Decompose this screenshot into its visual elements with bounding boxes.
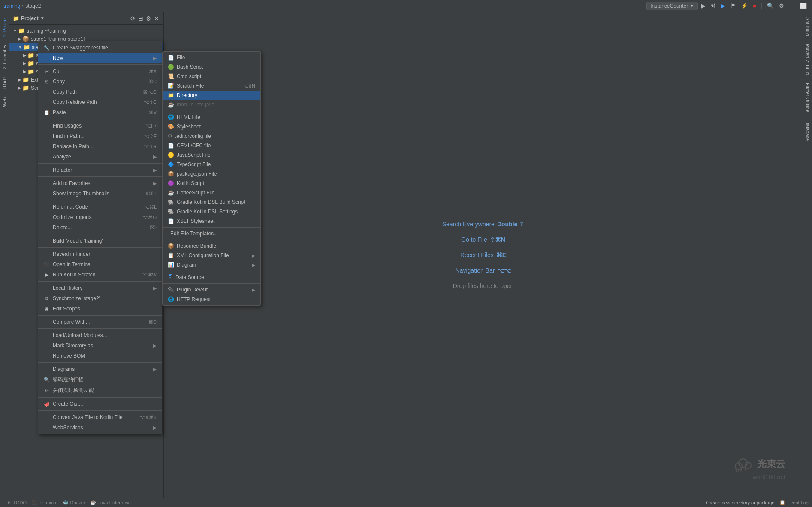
sidebar-item-project[interactable]: 1: Project	[1, 14, 9, 40]
menu-build-module[interactable]: Build Module 'training'	[38, 236, 162, 246]
settings-panel-button[interactable]: ⚙	[145, 14, 152, 23]
submenu-resource-bundle[interactable]: 📦 Resource Bundle	[163, 241, 260, 251]
maximize-button[interactable]: ⬜	[798, 2, 809, 10]
menu-new[interactable]: New ▶	[38, 53, 162, 63]
menu-replace-in-path[interactable]: Replace in Path... ⌥⇧R	[38, 141, 162, 152]
status-terminal[interactable]: ⬛ Terminal	[32, 500, 57, 505]
sidebar-item-web[interactable]: Web	[1, 94, 9, 110]
submenu-diagram[interactable]: 📊 Diagram ▶	[163, 260, 260, 270]
debug-button[interactable]: ▶	[719, 2, 727, 10]
submenu-stylesheet[interactable]: 🎨 Stylesheet	[163, 122, 260, 131]
menu-delete[interactable]: Delete... ⌦	[38, 222, 162, 233]
stop-button[interactable]: ■	[751, 2, 758, 10]
status-java-enterprise[interactable]: ☕ Java Enterprise	[90, 500, 130, 505]
reformat-icon	[43, 203, 50, 210]
submenu-html-file[interactable]: 🌐 HTML File	[163, 112, 260, 122]
menu-run-kotlin[interactable]: ▶ Run Kotlin Scratch ⌥⌘W	[38, 270, 162, 280]
menu-local-history[interactable]: Local History ▶	[38, 283, 162, 293]
submenu-xslt[interactable]: 📄 XSLT Stylesheet	[163, 216, 260, 226]
submenu-scratch-file[interactable]: 📝 Scratch File ⌥⇧N	[163, 81, 260, 91]
submenu-plugin-devkit[interactable]: 🔌 Plugin DevKit ▶	[163, 285, 260, 294]
menu-synchronize[interactable]: ⟳ Synchronize 'stage2'	[38, 293, 162, 304]
menu-open-terminal[interactable]: ⬛ Open in Terminal	[38, 259, 162, 270]
menu-analyze[interactable]: Analyze ▶	[38, 152, 162, 162]
status-docker[interactable]: 🐳 Docker	[63, 500, 85, 505]
menu-label-cut: Cut	[53, 68, 146, 74]
scissors-icon: ✂	[43, 68, 50, 75]
close-panel-button[interactable]: ✕	[153, 14, 160, 23]
menu-mark-directory[interactable]: Mark Directory as ▶	[38, 340, 162, 351]
submenu-bash-script[interactable]: 🟢 Bash Script	[163, 62, 260, 72]
submenu-gradle-settings[interactable]: 🐘 Gradle Kotlin DSL Settings	[163, 207, 260, 216]
tab-flutter-outline[interactable]: Flutter Outline	[804, 79, 812, 116]
run-config-selector[interactable]: InstanceCounter ▼	[646, 2, 698, 10]
diagrams-arrow: ▶	[153, 367, 157, 372]
tab-database[interactable]: Database	[804, 117, 812, 144]
submenu-http-request[interactable]: 🌐 HTTP Request	[163, 294, 260, 304]
sidebar-item-ldap[interactable]: LDAP	[1, 74, 9, 93]
menu-find-usages[interactable]: Find Usages ⌥F7	[38, 121, 162, 131]
menu-copy[interactable]: ⎘ Copy ⌘C	[38, 76, 162, 87]
menu-add-favorites[interactable]: Add to Favorites ▶	[38, 178, 162, 188]
panel-dropdown-icon[interactable]: ▼	[40, 16, 45, 21]
submenu-package-json[interactable]: 📦 package.json File	[163, 169, 260, 179]
menu-compare-with[interactable]: Compare With... ⌘D	[38, 317, 162, 327]
menu-cut[interactable]: ✂ Cut ⌘X	[38, 66, 162, 76]
submenu-label-http-request: HTTP Request	[177, 296, 211, 302]
submenu-directory[interactable]: 📁 Directory	[163, 91, 260, 100]
menu-label-mark-directory: Mark Directory as	[53, 343, 151, 349]
menu-optimize-imports[interactable]: Optimize Imports ⌥⌘O	[38, 212, 162, 222]
submenu-coffeescript[interactable]: ☕ CoffeeScript File	[163, 188, 260, 197]
menu-find-in-path[interactable]: Find in Path... ⌥⇧F	[38, 131, 162, 141]
tab-maven-build[interactable]: Maven-2: Build	[804, 40, 812, 79]
menu-reveal-finder[interactable]: Reveal in Finder	[38, 249, 162, 259]
minimize-button[interactable]: —	[788, 2, 797, 10]
synchronize-panel-button[interactable]: ⟳	[130, 14, 136, 23]
submenu-xml-config[interactable]: 📋 XML Configuration File ▶	[163, 251, 260, 260]
run-with-coverage-button[interactable]: ⚑	[729, 2, 737, 10]
favorites-arrow: ▶	[153, 181, 157, 186]
menu-diagrams[interactable]: Diagrams ▶	[38, 364, 162, 374]
settings-button[interactable]: ⚙	[777, 2, 786, 10]
submenu-file[interactable]: 📄 File	[163, 53, 260, 62]
build-button[interactable]: ⚒	[709, 2, 718, 10]
submenu-gradle-build[interactable]: 🐘 Gradle Kotlin DSL Build Script	[163, 197, 260, 207]
submenu-cfml[interactable]: 📄 CFML/CFC file	[163, 141, 260, 150]
submenu-module-info[interactable]: ☕ module-info.java	[163, 100, 260, 109]
profile-button[interactable]: ⚡	[739, 2, 749, 10]
menu-reformat[interactable]: Reformat Code ⌥⌘L	[38, 202, 162, 212]
menu-create-gist[interactable]: 🐙 Create Gist...	[38, 399, 162, 409]
menu-refactor[interactable]: Refactor ▶	[38, 165, 162, 175]
status-event-log[interactable]: 📋 Event Log	[779, 500, 809, 505]
menu-paste[interactable]: 📋 Paste ⌘V	[38, 107, 162, 118]
submenu-kotlin-script[interactable]: 🟣 Kotlin Script	[163, 179, 260, 188]
menu-copy-path[interactable]: Copy Path ⌘⌥C	[38, 87, 162, 97]
breadcrumb-stage2: stage2	[25, 3, 41, 9]
menu-remove-bom[interactable]: Remove BOM	[38, 351, 162, 361]
run-button[interactable]: ▶	[700, 2, 707, 10]
menu-load-unload-modules[interactable]: Load/Unload Modules...	[38, 330, 162, 340]
menu-webservices[interactable]: WebServices ▶	[38, 422, 162, 433]
menu-code-scan[interactable]: 🔍 编码规约扫描	[38, 374, 162, 385]
menu-convert-kotlin[interactable]: Convert Java File to Kotlin File ⌥⇧⌘K	[38, 412, 162, 422]
tree-item-training[interactable]: ▼ 📁 training ~/training	[9, 27, 163, 35]
submenu-cmd-script[interactable]: 📜 Cmd script	[163, 72, 260, 81]
breadcrumb-training[interactable]: training	[3, 3, 20, 9]
menu-close-realtime[interactable]: ⊘ 关闭实时检测功能	[38, 385, 162, 396]
menu-edit-scopes[interactable]: ◉ Edit Scopes...	[38, 304, 162, 314]
status-todo[interactable]: ≡ 6: TODO	[3, 500, 27, 505]
search-everywhere-button[interactable]: 🔍	[765, 2, 776, 10]
submenu-javascript[interactable]: 🟡 JavaScript File	[163, 150, 260, 160]
menu-copy-relative-path[interactable]: Copy Relative Path ⌥⇧C	[38, 97, 162, 107]
find-usages-shortcut: ⌥F7	[145, 123, 157, 129]
submenu-editorconfig[interactable]: ⚙ .editorconfig file	[163, 131, 260, 141]
favorites-tab-label: 2: Favorites	[2, 45, 7, 69]
submenu-edit-templates[interactable]: Edit File Templates...	[163, 229, 260, 238]
menu-show-thumbnails[interactable]: Show Image Thumbnails ⇧⌘T	[38, 188, 162, 199]
submenu-typescript[interactable]: 🔷 TypeScript File	[163, 160, 260, 169]
tab-ant-build[interactable]: Ant Build	[804, 14, 812, 39]
collapse-all-button[interactable]: ⊟	[137, 14, 144, 23]
submenu-data-source[interactable]: 🗄 Data Source	[163, 273, 260, 282]
sidebar-item-favorites[interactable]: 2: Favorites	[1, 41, 9, 73]
menu-create-swagger[interactable]: 🔧 Create Swagger rest file	[38, 43, 162, 53]
